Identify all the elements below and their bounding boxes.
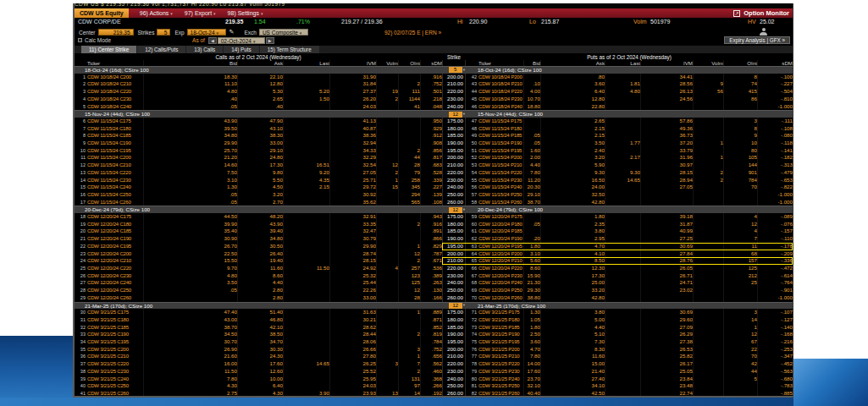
tab-----term-structure[interactable]: 15) Term Structure (260, 46, 319, 53)
earnings-link[interactable]: 92) 02/07/25 E | ERN » (384, 30, 441, 36)
menu-item[interactable]: 98) Settings ▾ (228, 10, 263, 16)
option-row[interactable]: 11CDW 11/15/24 C20021.2024.8032.2944.817… (75, 154, 793, 162)
option-row[interactable]: 16CDW 11/15/24 C250.053.2030.92294.13925… (75, 191, 793, 199)
expiry-label-calls: 20-Dec-24 (79d); CSize 100 (75, 206, 442, 213)
put-bid: .05 (523, 132, 540, 140)
calc-mode-checkbox[interactable] (78, 38, 82, 42)
option-row[interactable]: 9CDW 11/15/24 C19029.9033.0032.94.908190… (75, 140, 793, 147)
option-row[interactable]: 4CDW 10/18/24 C230.402.651.5026.2021144.… (75, 96, 793, 103)
option-row[interactable]: 26CDW 12/20/24 C2304.808.6025.32123.3892… (75, 272, 793, 280)
tab-----calls-puts[interactable]: 12) Calls/Puts (137, 46, 185, 53)
strike-puts-section: 200.0076CDW 3/21/25 P2004.708.3026.5322-… (442, 346, 793, 354)
security-tab[interactable]: CDW US Equity (75, 8, 129, 18)
call-bid: 4.80 (143, 272, 237, 280)
user-alert-icon[interactable] (760, 28, 767, 36)
call-sdm: .852 (420, 324, 442, 332)
option-row[interactable]: 20CDW 12/20/24 C18535.4039.4032.47.89118… (75, 228, 793, 235)
option-row[interactable]: 3CDW 10/18/24 C2204.805.305.2027.3719111… (75, 88, 793, 96)
put-bid (523, 213, 540, 221)
option-row[interactable]: 13CDW 11/15/24 C2207.509.809.2027.05279.… (75, 169, 793, 177)
call-ivm: 28.06 (329, 338, 376, 346)
asof-label: As of (192, 37, 205, 43)
menu-item[interactable]: 96) Actions ▾ (140, 10, 173, 16)
put-ivm: 34.41 (640, 74, 693, 81)
expiry-analysis-button[interactable]: Expiry Analysis | GFX » (724, 36, 790, 44)
export-icon[interactable]: ↗ (733, 10, 740, 17)
put-bid: 1.80 (523, 324, 540, 332)
option-row[interactable]: 1CDW 10/18/24 C20018.3022.1031.90.916200… (75, 74, 793, 81)
option-row[interactable]: 28CDW 12/20/24 C250.052.8022.2612.130250… (75, 287, 793, 294)
option-row[interactable]: 40CDW 3/21/25 C2504.306.4024.0397.266250… (75, 382, 793, 390)
call-sdm: .218 (420, 96, 442, 103)
row-number: 14 (75, 177, 86, 184)
strike-count-select[interactable]: 12▾ (442, 303, 466, 310)
option-row[interactable]: 15CDW 11/15/24 C2401.304.502.1529.721534… (75, 184, 793, 191)
strike-count-select[interactable]: 12▾ (442, 111, 466, 118)
option-row[interactable]: 38CDW 3/21/25 C23011.5012.6025.522.46023… (75, 368, 793, 376)
option-row[interactable]: 24CDW 12/20/24 C21015.5019.4028.152.6712… (75, 257, 793, 265)
option-row[interactable]: 17CDW 11/15/24 C260.052.7035.62565.10826… (75, 199, 793, 206)
asof-next-button[interactable]: ▶ (266, 37, 274, 44)
row-number: 82 (466, 390, 477, 398)
option-row[interactable]: 31CDW 3/21/25 C18043.0046.8030.21.871180… (75, 316, 793, 324)
call-sdm: .889 (420, 309, 442, 316)
option-row[interactable]: 35CDW 3/21/25 C20026.9030.3026.663.75220… (75, 346, 793, 354)
option-row[interactable]: 10CDW 11/15/24 C19525.7029.1034.332.8561… (75, 147, 793, 155)
call-last (283, 287, 329, 294)
calls-title: Calls as of 2 Oct 2024 (Wednesday) (75, 54, 442, 60)
call-ask: 2.80 (237, 287, 283, 294)
option-row[interactable]: 22CDW 12/20/24 C19526.7030.5029.901.8291… (75, 243, 793, 250)
option-row[interactable]: 18CDW 12/20/24 C17544.5048.2032.91.94317… (75, 213, 793, 221)
option-row[interactable]: 5CDW 10/18/24 C240.05.4024.0341.048240.0… (75, 103, 793, 111)
put-last (605, 376, 640, 383)
option-row[interactable]: 32CDW 3/21/25 C18538.7042.1028.62.852185… (75, 324, 793, 332)
option-row[interactable]: 30CDW 3/21/25 C17547.4051.4031.631.88917… (75, 309, 793, 316)
put-oint: 415 (723, 88, 757, 96)
option-row[interactable]: 33CDW 3/21/25 C19034.5038.5028.442.81919… (75, 331, 793, 338)
option-row[interactable]: 23CDW 12/20/24 C20022.5026.4028.7412.787… (75, 250, 793, 258)
expiry-label-calls: 21-Mar-25 (170d); CSize 100 (75, 303, 442, 310)
option-row[interactable]: 12CDW 11/15/24 C21014.6017.3016.5132.541… (75, 162, 793, 169)
option-row[interactable]: 19CDW 12/20/24 C18039.9043.9033.352.9161… (75, 221, 793, 228)
strikes-input[interactable]: 5 (157, 29, 170, 36)
option-row[interactable]: 34CDW 3/21/25 C19530.7034.7028.06.784195… (75, 338, 793, 346)
put-last (605, 103, 640, 111)
exchange-select[interactable]: US Composite▾ (259, 29, 308, 36)
put-bid: 10.70 (523, 96, 540, 103)
strike-puts-section: 200.0064CDW 12/20/24 P2003.104.1027.8468… (442, 250, 793, 258)
put-volm (693, 162, 723, 169)
option-row[interactable]: 6CDW 11/15/24 C17543.9047.9041.13.950175… (75, 118, 793, 125)
option-row[interactable]: 37CDW 3/21/25 C22016.0017.6014.6526.2537… (75, 360, 793, 368)
option-row[interactable]: 2CDW 10/18/24 C21011.1012.8031.842.75221… (75, 80, 793, 88)
option-row[interactable]: 25CDW 12/20/24 C2209.7011.6011.5024.9242… (75, 265, 793, 272)
strike-count-select[interactable]: 12▾ (442, 206, 466, 213)
menu-item[interactable]: 97) Export ▾ (185, 10, 216, 16)
option-row[interactable]: 29CDW 12/20/24 C2602.8033.0028.166260.00… (75, 294, 793, 302)
option-row[interactable]: 21CDW 12/20/24 C19030.9034.8030.79.86619… (75, 235, 793, 243)
put-volm (693, 279, 723, 287)
option-row[interactable]: 36CDW 3/21/25 C21021.6024.3027.801.65621… (75, 353, 793, 360)
call-sdm: .536 (420, 265, 442, 272)
center-input[interactable]: 219.35 (98, 29, 134, 36)
option-row[interactable]: 27CDW 12/20/24 C2403.504.4025.44125.2632… (75, 279, 793, 287)
option-row[interactable]: 39CDW 3/21/25 C2407.8010.0025.95131.3682… (75, 376, 793, 383)
put-bid: 14.00 (523, 360, 540, 368)
call-bid: .05 (143, 287, 237, 294)
call-ask: 34.80 (237, 235, 283, 243)
tab-----center-strike[interactable]: 11) Center Strike (81, 46, 136, 53)
tab-----calls[interactable]: 13) Calls (186, 46, 223, 53)
pencil-icon[interactable]: ✎ (229, 29, 235, 36)
menu-right: ↗ Option Monitor (733, 9, 789, 17)
option-row[interactable]: 41CDW 3/21/25 C2602.754.303.9023.931314.… (75, 390, 793, 398)
put-volm (693, 376, 723, 383)
option-row[interactable]: 8CDW 11/15/24 C18534.8038.3038.36.912185… (75, 132, 793, 140)
asof-prev-button[interactable]: ◀ (208, 37, 217, 44)
expiry-select[interactable]: 18-Oct-24▾ (187, 29, 226, 36)
option-row[interactable]: 14CDW 11/15/24 C2303.105.504.3525.711258… (75, 177, 793, 184)
call-bid: .05 (143, 191, 237, 199)
calls-column-headers: TickerBidAskLastIVMVolmOIntsDM (75, 60, 442, 66)
asof-date-input[interactable]: 02-Oct-2024▾ (218, 37, 265, 44)
option-row[interactable]: 7CDW 11/15/24 C18039.5043.1040.87.929180… (75, 125, 793, 133)
strike-count-select[interactable]: 5▾ (442, 67, 466, 74)
tab-----puts[interactable]: 14) Puts (224, 46, 258, 53)
